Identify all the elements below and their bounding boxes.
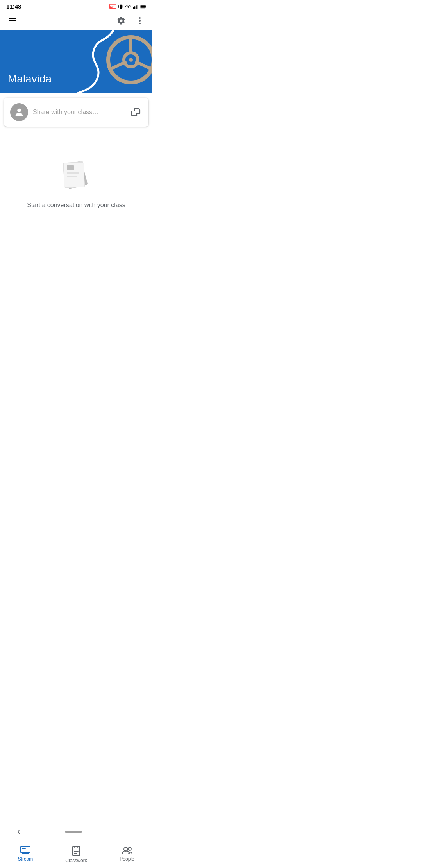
top-bar-left bbox=[6, 14, 19, 27]
svg-rect-7 bbox=[136, 5, 137, 9]
svg-point-15 bbox=[139, 17, 141, 19]
svg-rect-2 bbox=[120, 4, 122, 9]
hero-banner: Malavida bbox=[0, 30, 152, 93]
svg-rect-14 bbox=[9, 23, 16, 23]
hamburger-icon bbox=[8, 16, 17, 25]
empty-state: Start a conversation with your class bbox=[0, 131, 152, 232]
class-title: Malavida bbox=[8, 73, 52, 85]
status-time: 11:48 bbox=[6, 3, 21, 10]
wifi-icon bbox=[125, 4, 131, 9]
repost-button[interactable] bbox=[129, 106, 142, 118]
svg-rect-12 bbox=[9, 18, 16, 19]
svg-rect-10 bbox=[145, 6, 146, 7]
svg-rect-34 bbox=[67, 172, 79, 174]
repost-icon bbox=[131, 108, 141, 117]
cast-icon bbox=[109, 4, 116, 9]
content-area: Share with your class… bbox=[0, 98, 152, 271]
svg-rect-33 bbox=[67, 165, 74, 170]
svg-point-17 bbox=[139, 23, 141, 24]
signal-icon bbox=[133, 4, 138, 9]
svg-line-21 bbox=[111, 62, 125, 69]
top-bar-right bbox=[115, 14, 146, 27]
svg-point-24 bbox=[17, 109, 21, 112]
svg-point-16 bbox=[139, 20, 141, 22]
empty-illustration bbox=[57, 155, 96, 194]
svg-rect-4 bbox=[123, 5, 123, 8]
battery-icon bbox=[140, 4, 146, 9]
svg-rect-8 bbox=[137, 5, 138, 9]
settings-icon bbox=[116, 16, 126, 25]
empty-state-text: Start a conversation with your class bbox=[27, 202, 125, 209]
menu-button[interactable] bbox=[6, 14, 19, 27]
top-app-bar bbox=[0, 11, 152, 30]
svg-rect-3 bbox=[118, 5, 119, 8]
person-icon bbox=[14, 107, 25, 118]
status-icons bbox=[109, 4, 146, 9]
share-card[interactable]: Share with your class… bbox=[4, 98, 148, 127]
settings-button[interactable] bbox=[115, 14, 127, 27]
svg-rect-6 bbox=[134, 6, 136, 9]
svg-rect-5 bbox=[133, 7, 134, 9]
svg-point-23 bbox=[129, 58, 133, 62]
user-avatar bbox=[10, 103, 28, 121]
more-vert-icon bbox=[135, 16, 145, 25]
more-options-button[interactable] bbox=[134, 14, 146, 27]
share-placeholder[interactable]: Share with your class… bbox=[33, 109, 124, 116]
svg-rect-11 bbox=[141, 5, 145, 8]
status-bar: 11:48 bbox=[0, 0, 152, 11]
svg-rect-13 bbox=[9, 20, 16, 21]
svg-rect-35 bbox=[67, 176, 77, 177]
steering-wheel-icon bbox=[106, 34, 152, 85]
vibrate-icon bbox=[118, 4, 123, 9]
svg-line-22 bbox=[137, 62, 151, 69]
